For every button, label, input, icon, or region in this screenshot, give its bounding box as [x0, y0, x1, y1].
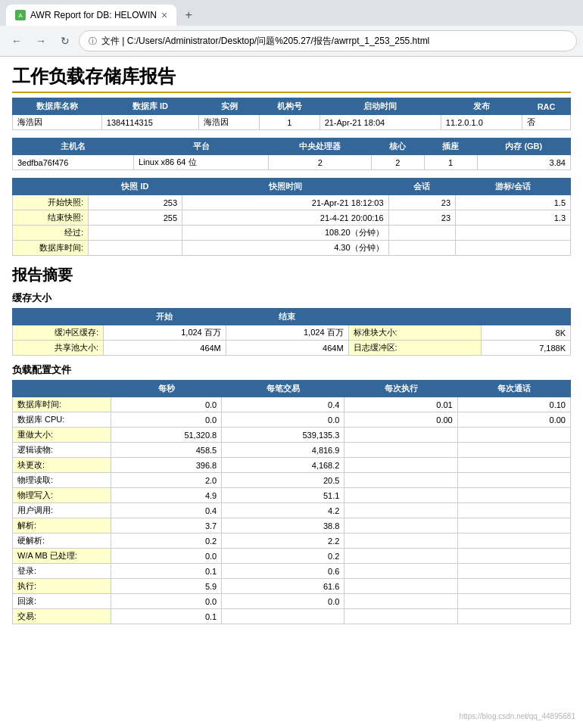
address-bar[interactable]: ⓘ 文件 | C:/Users/Administrator/Desktop/问题… — [79, 30, 577, 51]
cache-end-1: 464M — [226, 341, 348, 356]
snapshot-row-end: 结束快照: 255 21-4-21 20:00:16 23 1.3 — [13, 210, 571, 226]
load-row-13: 回滚: 0.0 0.0 — [13, 594, 571, 609]
db-instance: 海浩因 — [199, 115, 260, 130]
load-per-sec-0: 0.0 — [111, 397, 222, 412]
cache-start-1: 464M — [104, 341, 226, 356]
load-per-exec-14 — [344, 609, 457, 624]
cache-size-table: 开始 结束 缓冲区缓存: 1,024 百万 1,024 百万 标准块大小: 8K… — [12, 308, 571, 356]
new-tab-button[interactable]: + — [179, 6, 198, 24]
load-per-exec-6 — [344, 488, 457, 503]
load-per-call-7 — [457, 503, 570, 518]
snap-start-sessions: 23 — [388, 195, 455, 210]
load-row-2: 重做大小: 51,320.8 539,135.3 — [13, 428, 571, 443]
load-per-call-6 — [457, 488, 570, 503]
load-per-txn-8: 38.8 — [222, 518, 344, 534]
load-per-sec-10: 0.0 — [111, 549, 222, 564]
load-per-exec-10 — [344, 549, 457, 564]
load-label-8: 解析: — [13, 518, 111, 534]
load-per-sec-5: 2.0 — [111, 473, 222, 488]
host-cpu: 2 — [269, 155, 372, 170]
load-per-sec-12: 5.9 — [111, 579, 222, 594]
load-per-txn-5: 20.5 — [222, 473, 344, 488]
load-row-11: 登录: 0.1 0.6 — [13, 564, 571, 579]
load-per-txn-10: 0.2 — [222, 549, 344, 564]
page-title: 工作负载存储库报告 — [12, 64, 571, 93]
load-per-sec-7: 0.4 — [111, 503, 222, 518]
load-row-10: W/A MB 已处理: 0.0 0.2 — [13, 549, 571, 564]
back-button[interactable]: ← — [6, 30, 27, 51]
load-row-14: 交易: 0.1 — [13, 609, 571, 624]
load-per-call-4 — [457, 458, 570, 473]
load-per-call-2 — [457, 428, 570, 443]
load-header-per-txn: 每笔交易 — [222, 381, 344, 397]
snapshot-row-dbtime: 数据库时间: 4.30（分钟） — [13, 241, 571, 256]
load-row-4: 块更改: 396.8 4,168.2 — [13, 458, 571, 473]
load-label-4: 块更改: — [13, 458, 111, 473]
host-header-cpu: 中央处理器 — [269, 138, 372, 155]
host-cores: 2 — [372, 155, 425, 170]
address-text: 文件 | C:/Users/Administrator/Desktop/问题%2… — [101, 35, 429, 48]
db-version: 11.2.0.1.0 — [441, 115, 522, 130]
load-per-txn-7: 4.2 — [222, 503, 344, 518]
load-per-txn-4: 4,168.2 — [222, 458, 344, 473]
load-label-10: W/A MB 已处理: — [13, 549, 111, 564]
load-label-9: 硬解析: — [13, 534, 111, 549]
load-row-9: 硬解析: 0.2 2.2 — [13, 534, 571, 549]
active-tab[interactable]: A AWR Report for DB: HELOWIN × — [6, 5, 176, 26]
load-label-13: 回滚: — [13, 594, 111, 609]
reload-button[interactable]: ↻ — [55, 30, 76, 51]
load-per-txn-14 — [222, 609, 344, 624]
cache-header-extra1 — [348, 309, 481, 325]
db-info-table: 数据库名称 数据库 ID 实例 机构号 启动时间 发布 RAC 海浩因 1384… — [12, 98, 571, 130]
load-header-per-exec: 每次执行 — [344, 381, 457, 397]
load-per-txn-12: 61.6 — [222, 579, 344, 594]
host-header-name: 主机名 — [13, 138, 134, 155]
tab-close-button[interactable]: × — [161, 9, 167, 21]
load-per-exec-0: 0.01 — [344, 397, 457, 412]
db-header-name: 数据库名称 — [13, 98, 102, 115]
load-row-3: 逻辑读物: 458.5 4,816.9 — [13, 443, 571, 458]
load-label-1: 数据库 CPU: — [13, 412, 111, 428]
load-per-txn-2: 539,135.3 — [222, 428, 344, 443]
tab-label: AWR Report for DB: HELOWIN — [30, 10, 157, 20]
load-per-exec-12 — [344, 579, 457, 594]
cache-extra-label-0: 标准块大小: — [348, 325, 481, 341]
load-per-exec-2 — [344, 428, 457, 443]
load-per-txn-1: 0.0 — [222, 412, 344, 428]
load-profile-table: 每秒 每笔交易 每次执行 每次通话 数据库时间: 0.0 0.4 0.01 0.… — [12, 380, 571, 624]
tab-bar: A AWR Report for DB: HELOWIN × + — [0, 0, 583, 26]
load-row-8: 解析: 3.7 38.8 — [13, 518, 571, 534]
db-start-time: 21-Apr-21 18:04 — [320, 115, 441, 130]
elapsed-label: 经过: — [13, 226, 89, 241]
load-per-exec-9 — [344, 534, 457, 549]
host-row: 3edfba76f476 Linux x86 64 位 2 2 1 3.84 — [13, 155, 571, 170]
host-header-platform: 平台 — [134, 138, 269, 155]
snap-header-time: 快照时间 — [182, 179, 389, 195]
host-header-memory: 内存 (GB) — [477, 138, 570, 155]
load-label-0: 数据库时间: — [13, 397, 111, 412]
host-memory: 3.84 — [477, 155, 570, 170]
report-summary-title: 报告摘要 — [12, 265, 571, 285]
load-per-sec-4: 396.8 — [111, 458, 222, 473]
db-header-version: 发布 — [441, 98, 522, 115]
cache-size-title: 缓存大小 — [12, 291, 571, 305]
address-lock-icon: ⓘ — [89, 36, 97, 47]
forward-button[interactable]: → — [30, 30, 51, 51]
load-row-7: 用户调用: 0.4 4.2 — [13, 503, 571, 518]
snap-start-cursors: 1.5 — [456, 195, 571, 210]
load-per-txn-0: 0.4 — [222, 397, 344, 412]
cache-start-0: 1,024 百万 — [104, 325, 226, 341]
host-header-cores: 核心 — [372, 138, 425, 155]
load-per-call-0: 0.10 — [457, 397, 570, 412]
host-sockets: 1 — [424, 155, 477, 170]
db-info-row: 海浩因 1384114315 海浩因 1 21-Apr-21 18:04 11.… — [13, 115, 571, 130]
snapshot-row-start: 开始快照: 253 21-Apr-21 18:12:03 23 1.5 — [13, 195, 571, 210]
cache-row-1: 共享池大小: 464M 464M 日志缓冲区: 7,188K — [13, 341, 571, 356]
navigation-bar: ← → ↻ ⓘ 文件 | C:/Users/Administrator/Desk… — [0, 26, 583, 56]
db-header-instance: 实例 — [199, 98, 260, 115]
load-row-1: 数据库 CPU: 0.0 0.0 0.00 0.00 — [13, 412, 571, 428]
cache-header-end: 结束 — [226, 309, 348, 325]
load-label-6: 物理写入: — [13, 488, 111, 503]
load-label-2: 重做大小: — [13, 428, 111, 443]
host-info-table: 主机名 平台 中央处理器 核心 插座 内存 (GB) 3edfba76f476 … — [12, 138, 571, 170]
